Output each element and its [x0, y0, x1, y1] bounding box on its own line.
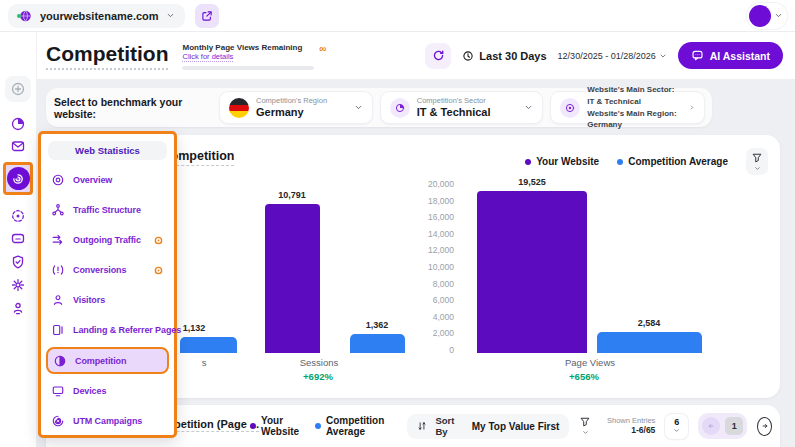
page-size-selector[interactable]: 6 — [665, 414, 688, 439]
website-name: yourwebsitename.com — [40, 10, 159, 22]
bar-hidden-group-competition[interactable] — [180, 337, 237, 353]
rail-item-messages[interactable] — [10, 231, 26, 247]
rail-item-mail[interactable] — [10, 138, 26, 154]
legend-dot-purple — [525, 159, 531, 165]
sector-dropdown[interactable]: Competition's Sector IT & Technical — [380, 91, 543, 124]
quota-progress-bar — [182, 66, 314, 70]
chevron-down-icon — [774, 11, 783, 20]
person-pin-icon — [10, 300, 26, 316]
sidebar-item-conversions[interactable]: Conversions — [46, 255, 169, 285]
overview-icon — [51, 173, 65, 187]
legend-dot-blue — [617, 159, 623, 165]
sidebar-item-devices[interactable]: Devices — [46, 376, 169, 406]
sidebar-item-landing-referrer-pages[interactable]: Landing & Referrer Pages — [46, 315, 169, 345]
pagination: 1 — [698, 413, 747, 439]
bottom-controls: Your Website Competition Average Sort By… — [250, 413, 772, 439]
sector-icon — [390, 98, 410, 118]
open-website-button[interactable] — [195, 4, 219, 28]
gear-icon — [10, 277, 26, 293]
menu-item-label: Competition — [75, 356, 126, 366]
competition-icon — [53, 354, 67, 368]
period-label: Last 30 Days — [479, 50, 546, 62]
sidebar-item-outgoing-traffic[interactable]: Outgoing Traffic — [46, 225, 169, 255]
date-range-selector[interactable]: 12/30/2025 - 01/28/2026 — [558, 51, 667, 61]
menu-item-label: Overview — [73, 175, 112, 185]
web-statistics-icon — [7, 167, 30, 190]
legend-dot-blue — [315, 423, 321, 429]
funnel-icon — [751, 152, 763, 164]
chat-icon — [691, 49, 704, 62]
refresh-icon — [432, 49, 445, 62]
bar-sessions-competition[interactable] — [350, 334, 405, 353]
funnel-icon — [579, 416, 591, 428]
ai-assistant-button[interactable]: AI Assistant — [678, 42, 783, 69]
next-page-button[interactable] — [757, 417, 772, 436]
rail-item-account[interactable] — [10, 300, 26, 316]
menu-item-label: UTM Campaigns — [73, 416, 142, 426]
period-selector[interactable]: Last 30 Days — [462, 50, 546, 62]
current-page[interactable]: 1 — [725, 417, 743, 435]
website-selector[interactable]: yourwebsitename.com — [8, 4, 185, 28]
benchmark-bar: Select to benchmark your website: Compet… — [46, 88, 712, 127]
sidebar-item-traffic-structure[interactable]: Traffic Structure — [46, 195, 169, 225]
add-website-button[interactable] — [5, 76, 31, 102]
refresh-button[interactable] — [425, 43, 451, 69]
chat-bubble-icon — [10, 231, 26, 247]
app-screen: yourwebsitename.com — [0, 0, 795, 447]
arrow-left-icon — [706, 421, 716, 431]
arrow-right-icon — [760, 421, 770, 431]
visitors-icon — [51, 293, 65, 307]
bar-pageviews-competition[interactable] — [597, 332, 702, 353]
quota-details-link[interactable]: Click for details — [182, 52, 233, 62]
category-label-partial: s — [202, 357, 207, 368]
region-dropdown-label: Competition's Region — [256, 96, 327, 105]
rail-item-goals[interactable] — [10, 208, 26, 224]
pages-icon — [51, 323, 65, 337]
category-label-sessions: Sessions — [300, 357, 339, 368]
rail-item-settings[interactable] — [10, 277, 26, 293]
target-icon — [10, 208, 26, 224]
y-tick-label: 14,000 — [376, 229, 454, 239]
page-title: Competition — [46, 42, 168, 70]
user-menu[interactable] — [747, 3, 787, 29]
chevron-down-icon — [354, 103, 363, 112]
change-label-pageviews: +656% — [569, 371, 599, 382]
table-filter-button[interactable] — [579, 416, 591, 436]
y-tick-label: 6,000 — [376, 295, 454, 305]
rail-item-web-statistics-active[interactable] — [3, 162, 33, 195]
sort-by-value: My Top Value First — [472, 421, 560, 432]
y-tick-label: 20,000 — [376, 179, 454, 189]
previous-page-button[interactable] — [702, 417, 720, 435]
legend-your-website: Your Website — [525, 156, 599, 167]
region-dropdown-value: Germany — [256, 106, 327, 119]
rail-item-analytics[interactable] — [10, 116, 26, 132]
germany-flag-icon — [229, 98, 249, 118]
quota-widget: Monthly Page Views Remaining Click for d… — [182, 43, 314, 70]
y-tick-label: 10,000 — [376, 262, 454, 272]
bar-pageviews-your-website[interactable] — [477, 191, 587, 353]
sidebar-item-overview[interactable]: Overview — [46, 165, 169, 195]
menu-item-label: Traffic Structure — [73, 205, 141, 215]
legend-label: Competition Average — [628, 156, 728, 167]
shield-check-icon — [10, 254, 26, 270]
sort-by-control[interactable]: Sort By My Top Value First — [407, 414, 569, 439]
mail-icon — [10, 138, 26, 154]
website-main-info-card[interactable]: Website's Main Sector: IT & Technical We… — [550, 91, 705, 124]
pie-chart-icon — [10, 116, 26, 132]
sidebar-item-visitors[interactable]: Visitors — [46, 285, 169, 315]
region-dropdown[interactable]: Competition's Region Germany — [219, 91, 373, 124]
legend-label: Competition Average — [326, 415, 397, 437]
clock-icon — [462, 50, 474, 62]
chart-filter-button[interactable] — [746, 148, 768, 175]
sidebar-item-competition[interactable]: Competition — [46, 347, 169, 374]
bar-sessions-your-website[interactable] — [265, 204, 320, 353]
menu-item-label: Conversions — [73, 265, 126, 275]
rail-item-security[interactable] — [10, 254, 26, 270]
chevron-down-icon — [673, 427, 680, 434]
category-label-pageviews: Page Views — [565, 357, 615, 368]
bar-value-label: 1,362 — [366, 320, 389, 330]
chevron-down-icon — [582, 429, 589, 436]
y-tick-label: 12,000 — [376, 245, 454, 255]
sidebar-item-utm-campaigns[interactable]: UTM Campaigns — [46, 406, 169, 436]
external-link-icon — [201, 10, 213, 22]
